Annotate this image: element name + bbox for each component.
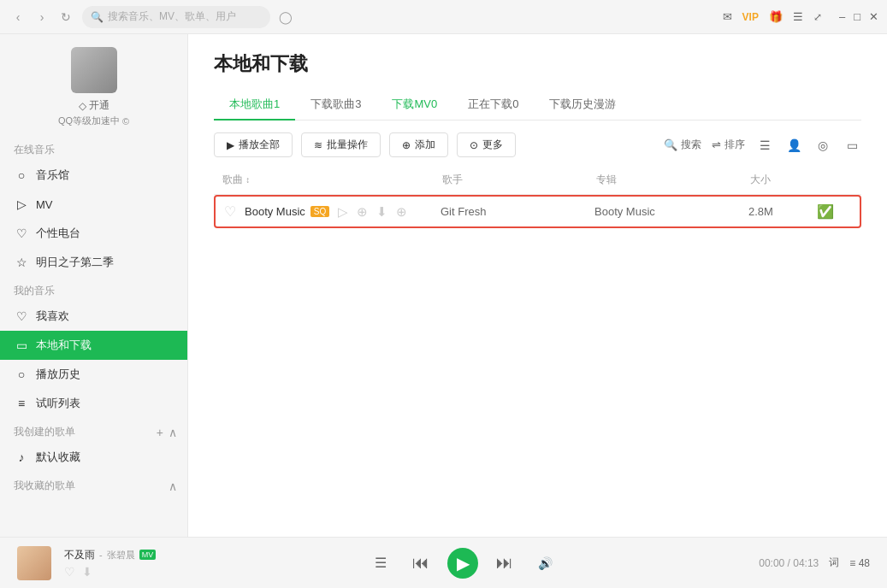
sidebar-item-label: 明日之子第二季	[36, 255, 114, 270]
titlebar-right: ✉ VIP 🎁 ☰ ⤢ – □ ✕	[723, 10, 878, 23]
search-bar[interactable]: 🔍 搜索音乐、MV、歌单、用户	[82, 6, 270, 28]
search-toolbar-icon: 🔍	[664, 138, 677, 151]
add-button[interactable]: ⊕ 添加	[389, 132, 448, 157]
sidebar-item-label: 个性电台	[36, 226, 80, 241]
minimize-button[interactable]: –	[839, 10, 845, 23]
list-view-icon[interactable]: ☰	[755, 136, 774, 155]
player-song-title: 不及雨	[64, 548, 95, 562]
collapse-collected-button[interactable]: ∧	[169, 479, 177, 493]
download-status-icon: ✅	[817, 203, 851, 220]
add-playlist-button[interactable]: +	[157, 426, 163, 439]
section-created-actions: + ∧	[157, 426, 177, 439]
search-toggle[interactable]: 🔍 搜索	[664, 138, 701, 152]
player-mv-badge: MV	[139, 550, 157, 560]
back-button[interactable]: ‹	[9, 8, 27, 26]
fullscreen-icon[interactable]: ⤢	[813, 11, 822, 23]
table-header: 歌曲 ↕ 歌手 专辑 大小	[214, 166, 861, 195]
player-next-button[interactable]: ⏭	[491, 550, 518, 577]
add-to-queue-icon[interactable]: ⊕	[357, 204, 368, 220]
maximize-button[interactable]: □	[854, 10, 860, 23]
radio-icon: ♡	[14, 226, 29, 241]
circle-icon[interactable]: ◎	[813, 136, 832, 155]
song-info: ♡ Booty Music SQ ▷ ⊕ ⬇ ⊕	[224, 203, 441, 220]
col-action	[819, 173, 853, 187]
player-prev-button[interactable]: ⏮	[407, 550, 435, 577]
note-icon: ♪	[14, 450, 29, 465]
search-placeholder: 搜索音乐、MV、歌单、用户	[108, 9, 236, 24]
download-icon[interactable]: ◯	[277, 9, 294, 26]
sidebar-item-label: 我喜欢	[36, 309, 69, 324]
window-controls: – □ ✕	[839, 10, 878, 23]
vip-badge[interactable]: VIP	[742, 11, 759, 23]
share-icon[interactable]: ⊕	[396, 204, 407, 220]
sq-badge: SQ	[310, 206, 329, 217]
tab-download-mv[interactable]: 下载MV0	[376, 90, 452, 121]
profile-level: QQ等级加速中 ©	[58, 115, 129, 127]
player-play-button[interactable]: ▶	[447, 548, 478, 579]
sidebar-item-tomorrow-s2[interactable]: ☆ 明日之子第二季	[0, 248, 187, 277]
refresh-button[interactable]: ↻	[56, 8, 75, 26]
player-queue-button[interactable]: ≡ 48	[849, 557, 870, 569]
player-heart-button[interactable]: ♡	[64, 565, 75, 579]
sidebar-item-music-store[interactable]: ○ 音乐馆	[0, 161, 187, 190]
sidebar-item-personal-radio[interactable]: ♡ 个性电台	[0, 219, 187, 248]
sidebar-item-try-list[interactable]: ≡ 试听列表	[0, 389, 187, 418]
download-icon[interactable]: ⬇	[376, 204, 387, 220]
sidebar-item-favorites[interactable]: ♡ 我喜欢	[0, 302, 187, 331]
table-container: 歌曲 ↕ 歌手 专辑 大小 ♡ Booty Music SQ ▷	[188, 166, 887, 537]
toolbar-right: 🔍 搜索 ⇌ 排序 ☰ 👤 ◎ ▭	[664, 136, 861, 155]
section-created-header: 我创建的歌单 + ∧	[0, 418, 187, 443]
sidebar-item-label: 默认收藏	[36, 450, 80, 465]
sidebar: ◇ 开通 QQ等级加速中 © 在线音乐 ○ 音乐馆 ▷ MV ♡ 个性电台 ☆ …	[0, 34, 188, 537]
player-menu-button[interactable]: ☰	[367, 550, 394, 577]
col-song: 歌曲 ↕	[222, 173, 442, 187]
player-volume-button[interactable]: 🔊	[531, 550, 559, 577]
sidebar-item-label: 音乐馆	[36, 168, 69, 183]
sidebar-item-mv[interactable]: ▷ MV	[0, 190, 187, 219]
computer-icon: ▭	[14, 338, 29, 353]
forward-button[interactable]: ›	[33, 8, 51, 26]
player-download-button[interactable]: ⬇	[82, 565, 92, 579]
play-icon: ▶	[227, 139, 234, 151]
sidebar-item-label: 本地和下载	[36, 338, 92, 353]
sidebar-item-local-download[interactable]: ▭ 本地和下载	[0, 331, 187, 360]
song-artist: Git Fresh	[441, 205, 594, 218]
tab-download-history[interactable]: 下载历史漫游	[534, 90, 631, 121]
close-button[interactable]: ✕	[869, 10, 878, 23]
mv-icon: ▷	[14, 197, 29, 212]
player-controls: ☰ ⏮ ▶ ⏭ 🔊	[180, 548, 746, 579]
user-icon[interactable]: 👤	[784, 136, 803, 155]
sort-toggle[interactable]: ⇌ 排序	[712, 138, 745, 152]
gift-icon[interactable]: 🎁	[769, 10, 783, 23]
tab-download-songs[interactable]: 下载歌曲3	[295, 90, 376, 121]
search-icon: 🔍	[91, 11, 103, 23]
section-collected-actions: ∧	[169, 479, 177, 493]
song-title: Booty Music SQ	[245, 205, 329, 218]
col-album: 专辑	[596, 173, 750, 187]
page-title: 本地和下载	[214, 51, 861, 77]
song-album: Booty Music	[594, 205, 748, 218]
mail-icon[interactable]: ✉	[723, 10, 732, 23]
sidebar-item-default-collect[interactable]: ♪ 默认收藏	[0, 443, 187, 472]
collapse-playlist-button[interactable]: ∧	[169, 426, 177, 439]
content-header: 本地和下载 本地歌曲1 下载歌曲3 下载MV0 正在下载0 下载历史漫游	[188, 34, 887, 121]
star-icon: ☆	[14, 255, 29, 270]
player: 不及雨 - 张碧晨 MV ♡ ⬇ ☰ ⏮ ▶ ⏭ 🔊 00:00 / 04:13…	[0, 537, 887, 588]
diamond-icon: ◇	[79, 100, 86, 112]
clock-icon: ○	[14, 367, 29, 382]
more-button[interactable]: ⊙ 更多	[457, 132, 516, 157]
sidebar-item-history[interactable]: ○ 播放历史	[0, 360, 187, 389]
avatar[interactable]	[71, 47, 117, 93]
tab-downloading[interactable]: 正在下载0	[452, 90, 534, 121]
player-artist: 张碧晨	[107, 549, 135, 562]
play-all-button[interactable]: ▶ 播放全部	[214, 132, 293, 157]
player-lyrics-button[interactable]: 词	[829, 556, 839, 570]
tab-local-songs[interactable]: 本地歌曲1	[214, 90, 295, 121]
batch-op-button[interactable]: ≋ 批量操作	[301, 132, 381, 157]
folder-icon[interactable]: ▭	[843, 136, 861, 155]
section-collected-header: 我收藏的歌单 ∧	[0, 472, 187, 497]
col-size: 大小	[750, 173, 819, 187]
play-song-icon[interactable]: ▷	[338, 204, 348, 220]
favorite-icon[interactable]: ♡	[224, 203, 236, 220]
menu-icon[interactable]: ☰	[793, 10, 803, 23]
